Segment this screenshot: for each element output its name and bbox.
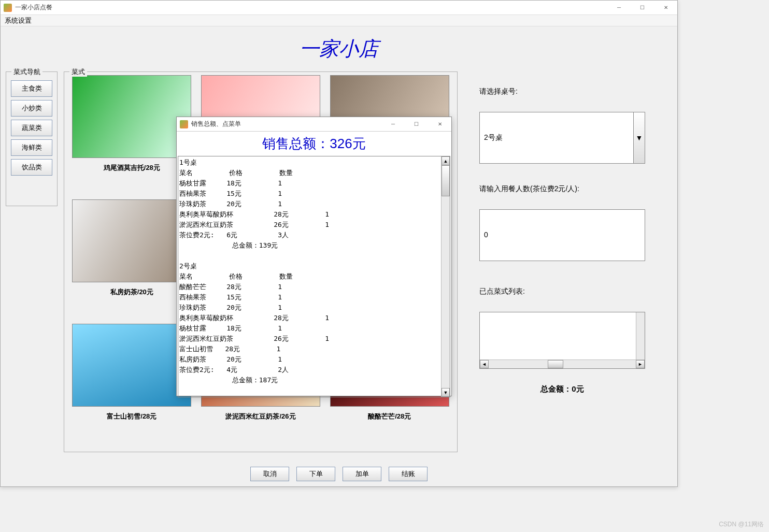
scroll-track[interactable]	[489, 360, 636, 368]
scroll-track[interactable]	[442, 165, 450, 388]
order-text: 1号桌 菜名 价格 数量 杨枝甘露 18元 1 西柚果茶 15元 1 珍珠奶茶 …	[178, 156, 450, 386]
scroll-thumb[interactable]	[442, 165, 450, 196]
nav-btn-veggie[interactable]: 蔬菜类	[11, 120, 52, 136]
scroll-thumb[interactable]	[548, 360, 563, 368]
modal-title: 销售总额、点菜单	[191, 120, 241, 128]
dish-caption: 鸡尾酒莫吉托/28元	[104, 163, 160, 172]
total-line: 总金额：0元	[479, 384, 645, 394]
chevron-down-icon[interactable]: ▼	[633, 112, 645, 163]
dish-caption: 酸酪芒芒/28元	[368, 412, 411, 421]
sales-modal: 销售总额、点菜单 ─ ☐ ✕ 销售总额：326元 1号桌 菜名 价格 数量 杨枝…	[176, 117, 452, 396]
close-icon[interactable]: ✕	[428, 117, 451, 132]
maximize-icon[interactable]: ☐	[405, 117, 428, 132]
nav-group: 菜式导航 主食类 小炒类 蔬菜类 海鲜类 饮品类	[6, 71, 58, 206]
label-table: 请选择桌号:	[479, 87, 645, 96]
order-button[interactable]: 下单	[296, 467, 335, 481]
nav-label: 菜式导航	[11, 67, 42, 77]
dish-caption: 私房奶茶/20元	[110, 287, 153, 297]
vscrollbar[interactable]: ▲ ▼	[441, 156, 450, 397]
dish-caption: 富士山初雪/28元	[107, 412, 156, 421]
cancel-button[interactable]: 取消	[250, 467, 289, 481]
checkout-button[interactable]: 结账	[389, 467, 428, 481]
dish-image	[72, 75, 191, 158]
app-title: 一家小店	[1, 26, 677, 66]
modal-titlebar[interactable]: 销售总额、点菜单 ─ ☐ ✕	[177, 117, 451, 132]
total-value: 0元	[572, 384, 583, 393]
total-label: 总金额：	[540, 384, 572, 393]
dish-image	[72, 199, 191, 282]
ordered-list[interactable]: ◄ ►	[479, 312, 645, 369]
app-icon	[180, 120, 188, 128]
sales-total-title: 销售总额：326元	[177, 132, 451, 155]
menubar: 系统设置	[1, 15, 677, 26]
scroll-down-icon[interactable]: ▼	[442, 388, 450, 397]
bottom-bar: 取消 下单 加单 结账	[1, 467, 677, 481]
label-people: 请输入用餐人数(茶位费2元/人):	[479, 184, 645, 194]
label-ordered: 已点菜式列表:	[479, 287, 645, 296]
close-icon[interactable]: ✕	[654, 1, 677, 15]
maximize-icon[interactable]: ☐	[631, 1, 654, 15]
dish-image	[72, 324, 191, 407]
table-select-value: 2号桌	[484, 133, 503, 142]
app-icon	[4, 4, 12, 12]
nav-btn-stirfry[interactable]: 小炒类	[11, 100, 52, 117]
hscrollbar[interactable]: ◄ ►	[480, 360, 645, 368]
minimize-icon[interactable]: ─	[607, 1, 631, 15]
right-panel: 请选择桌号: 2号桌 ▼ 请输入用餐人数(茶位费2元/人): 0 已点菜式列表:…	[464, 66, 656, 452]
main-titlebar[interactable]: 一家小店点餐 ─ ☐ ✕	[1, 1, 677, 15]
scroll-right-icon[interactable]: ►	[636, 360, 645, 368]
dish-caption: 淤泥西米红豆奶茶/26元	[225, 412, 295, 421]
nav-btn-main[interactable]: 主食类	[11, 80, 52, 97]
nav-btn-seafood[interactable]: 海鲜类	[11, 139, 52, 156]
menu-label: 菜式	[69, 67, 87, 77]
scroll-up-icon[interactable]: ▲	[442, 156, 450, 165]
menu-system-settings[interactable]: 系统设置	[5, 16, 32, 25]
vscrollbar[interactable]	[636, 312, 645, 360]
add-button[interactable]: 加单	[343, 467, 381, 481]
scroll-left-icon[interactable]: ◄	[480, 360, 489, 368]
nav-btn-drinks[interactable]: 饮品类	[11, 159, 52, 176]
people-input[interactable]: 0	[479, 209, 645, 261]
people-value: 0	[484, 231, 488, 239]
minimize-icon[interactable]: ─	[381, 117, 405, 132]
main-title: 一家小店点餐	[15, 3, 52, 12]
table-select[interactable]: 2号桌 ▼	[479, 112, 645, 164]
order-area: 1号桌 菜名 价格 数量 杨枝甘露 18元 1 西柚果茶 15元 1 珍珠奶茶 …	[178, 156, 450, 397]
watermark: CSDN @11网络	[719, 520, 764, 529]
